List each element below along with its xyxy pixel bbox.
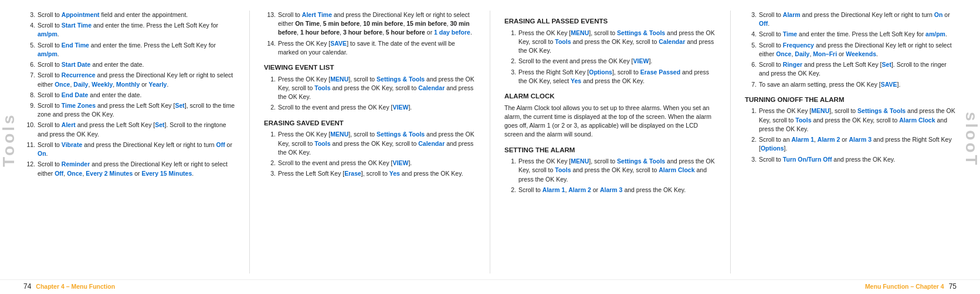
list-item: 12. Scroll to Reminder and press the Dir… (23, 160, 235, 177)
main-content: 3. Scroll to Appointment field and enter… (18, 0, 962, 279)
left-chapter-label: Chapter 4 – Menu Function (36, 283, 115, 290)
column-3: ERASING ALL PASSED EVENTS 1. Press the O… (504, 11, 716, 274)
viewing-list: 1. Press the OK Key [MENU], scroll to Se… (264, 75, 476, 112)
list-item: 3. Press the Left Soft Key [Erase], scro… (264, 169, 476, 178)
list-item: 2. Scroll to an Alarm 1, Alarm 2 or Alar… (745, 135, 957, 153)
setting-heading: SETTING THE ALARM (504, 145, 716, 155)
alarm-body: The Alarm Clock tool allows you to set u… (504, 104, 716, 139)
footer: 74 Chapter 4 – Menu Function Menu Functi… (0, 279, 980, 294)
list-item: 5. Scroll to End Time and enter the time… (23, 41, 235, 59)
list-item: 1. Press the OK Key [MENU], scroll to Se… (504, 157, 716, 184)
list-item: 7. To save an alarm setting, press the O… (745, 80, 957, 89)
list-item: 6. Scroll to Start Date and enter the da… (23, 60, 235, 69)
erasing-all-list: 1. Press the OK Key [MENU], scroll to Se… (504, 29, 716, 86)
list-item: 2. Scroll to the event and press the OK … (264, 159, 476, 167)
setting-list: 1. Press the OK Key [MENU], scroll to Se… (504, 157, 716, 194)
list-item: 1. Press the OK Key [MENU], scroll to Se… (745, 107, 957, 134)
turning-list: 1. Press the OK Key [MENU], scroll to Se… (745, 107, 957, 163)
divider-1 (249, 11, 250, 274)
right-chapter-label: Menu Function – Chapter 4 (865, 283, 944, 290)
list-item: 9. Scroll to Time Zones and press the Le… (23, 101, 235, 119)
list-item: 3. Scroll to Alarm and press the Directi… (745, 11, 957, 28)
list-item: 2. Scroll to Alarm 1, Alarm 2 or Alarm 3… (504, 186, 716, 194)
turning-heading: TURNING ON/OFF THE ALARM (745, 95, 957, 105)
left-side-label: Tools (0, 0, 18, 279)
erasing-saved-heading: ERASING SAVED EVENT (264, 118, 476, 128)
list-item: 6. Scroll to Ringer and press the Left S… (745, 60, 957, 78)
list-item: 10. Scroll to Alert and press the Left S… (23, 121, 235, 138)
list-item: 3. Press the Right Soft Key [Options], s… (504, 68, 716, 86)
list-item: 5. Scroll to Frequency and press the Dir… (745, 41, 957, 59)
footer-right: Menu Function – Chapter 4 75 (865, 282, 957, 290)
column-2: 13. Scroll to Alert Time and press the D… (264, 11, 476, 274)
list-item: 13. Scroll to Alert Time and press the D… (264, 11, 476, 37)
right-side-label: slooT (962, 0, 980, 279)
list-item: 7. Scroll to Recurrence and press the Di… (23, 71, 235, 88)
column-4: 3. Scroll to Alarm and press the Directi… (745, 11, 957, 274)
col1-list: 3. Scroll to Appointment field and enter… (23, 11, 235, 178)
col2-list-top: 13. Scroll to Alert Time and press the D… (264, 11, 476, 57)
list-item: 4. Scroll to Time and enter the time. Pr… (745, 30, 957, 39)
list-item: 3. Scroll to Turn On/Turn Off and press … (745, 155, 957, 164)
page-container: Tools 3. Scroll to Appointment field and… (0, 0, 980, 279)
left-page-number: 74 (23, 282, 31, 290)
col4-list-top: 3. Scroll to Alarm and press the Directi… (745, 11, 957, 89)
footer-left: 74 Chapter 4 – Menu Function (23, 282, 115, 290)
list-item: 1. Press the OK Key [MENU], scroll to Se… (264, 75, 476, 102)
alarm-heading: ALARM CLOCK (504, 91, 716, 101)
erasing-all-heading: ERASING ALL PASSED EVENTS (504, 16, 716, 26)
list-item: 1. Press the OK Key [MENU], scroll to Se… (504, 29, 716, 56)
list-item: 2. Scroll to the event and press the OK … (264, 103, 476, 112)
list-item: 4. Scroll to Start Time and enter the ti… (23, 21, 235, 39)
list-item: 8. Scroll to End Date and enter the date… (23, 91, 235, 100)
divider-3 (730, 11, 731, 274)
list-item: 1. Press the OK Key [MENU], scroll to Se… (264, 130, 476, 157)
list-item: 3. Scroll to Appointment field and enter… (23, 11, 235, 19)
erasing-saved-list: 1. Press the OK Key [MENU], scroll to Se… (264, 130, 476, 178)
right-page-number: 75 (949, 282, 957, 290)
list-item: 14. Press the OK Key [SAVE] to save it. … (264, 39, 476, 57)
divider-2 (490, 11, 490, 274)
list-item: 2. Scroll to the event and press the OK … (504, 57, 716, 66)
list-item: 11. Scroll to Vibrate and press the Dire… (23, 141, 235, 158)
column-1: 3. Scroll to Appointment field and enter… (23, 11, 235, 274)
viewing-heading: VIEWING EVENT LIST (264, 63, 476, 73)
